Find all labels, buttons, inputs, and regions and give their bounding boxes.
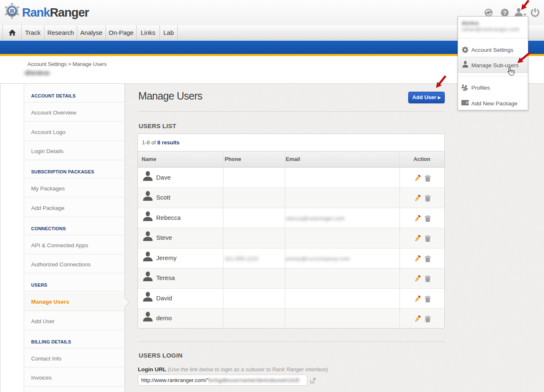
svg-text:?: ? (503, 10, 507, 16)
svg-text:R: R (10, 8, 14, 14)
